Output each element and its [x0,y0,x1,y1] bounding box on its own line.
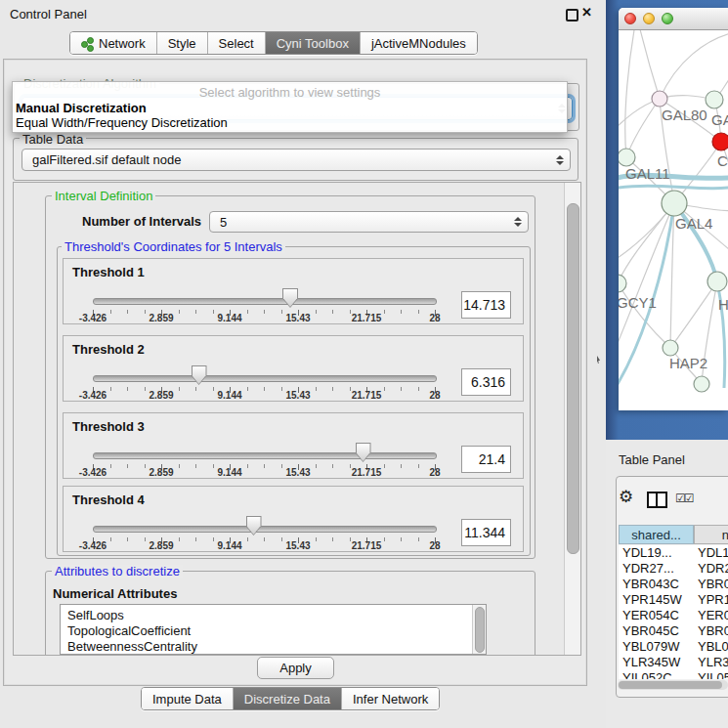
table-row[interactable]: YDL19...YDL19... [619,545,728,561]
minor-tick [332,387,333,391]
minor-tick [350,387,351,391]
tab-network[interactable]: Network [70,32,157,54]
network-node-H[interactable] [707,272,727,291]
table-row[interactable]: YBL079WYBL079W [619,639,728,655]
threshold-value-field[interactable]: 11.344 [461,519,511,546]
tab-select[interactable]: Select [208,32,266,54]
close-icon[interactable]: ✕ [581,5,592,20]
minor-tick [145,310,146,314]
network-node-GAL11[interactable] [619,149,635,166]
cell-name: YER054C [698,608,728,622]
network-window[interactable]: GAL80GACGAL11GAL4GCY1HHAP2 [619,8,728,410]
slider-thumb[interactable] [356,443,371,462]
minor-tick [401,464,402,468]
tab-label: Impute Data [152,692,222,707]
table-data-combo-value: galFiltered.sif default node [32,150,181,170]
settings-scrollbar[interactable] [564,183,580,655]
tab-jactivemnodules[interactable]: jActiveMNodules [361,32,477,54]
attribute-list-item[interactable]: BetweennessCentrality [67,639,197,654]
cell-shared-name: YBR045C [622,623,679,638]
tab-cyni-toolbox[interactable]: Cyni Toolbox [266,32,361,54]
tick-label: 9.144 [217,540,241,551]
table-row[interactable]: YPR145WYPR145W [619,592,728,608]
tab-impute-data[interactable]: Impute Data [142,688,234,709]
network-edge[interactable] [619,283,670,348]
minor-tick [179,310,180,314]
network-node-GAL80[interactable] [652,91,667,107]
network-window-title-bar[interactable] [619,8,728,30]
popup-item-equal-width-frequency[interactable]: Equal Width/Frequency Discretization [16,115,228,130]
minimize-button[interactable] [643,13,655,24]
list-scrollbar[interactable] [472,605,486,654]
network-node-edge-node[interactable] [694,376,709,392]
tab-discretize-data[interactable]: Discretize Data [234,688,342,709]
network-node-selected-node[interactable] [712,133,728,150]
table-data-combo[interactable]: galFiltered.sif default node [21,149,571,171]
tab-infer-network[interactable]: Infer Network [342,688,439,709]
slider-thumb[interactable] [192,365,207,385]
minor-tick [127,310,128,314]
minor-tick [332,310,333,314]
table-row[interactable]: YBR043CYBR043C [619,577,728,592]
network-edge[interactable] [625,30,638,157]
slider-track[interactable] [93,375,437,382]
table-row[interactable]: YER054CYER054C [619,608,728,623]
list-scrollbar-thumb[interactable] [475,607,485,653]
attribute-list-item[interactable]: SelfLoops [67,608,124,622]
cell-shared-name: YLR345W [622,655,680,669]
tick-label: 15.43 [285,467,310,478]
network-node-HAP2[interactable] [663,340,678,356]
table-row[interactable]: YIL052CYIL052C [619,670,728,679]
network-edge[interactable] [626,99,660,157]
column-header-shared-name[interactable]: shared... [619,525,694,544]
apply-button[interactable]: Apply [257,657,334,679]
slider-track[interactable] [93,452,437,459]
tick-label: 15.43 [285,540,310,551]
minor-tick [418,537,419,541]
table-row[interactable]: YDR27...YDR27... [619,561,728,577]
slider-track[interactable] [93,298,437,305]
algorithm-popup: Select algorithm to view settings Manual… [12,81,568,133]
tick-label: 2.859 [149,467,173,478]
gear-icon[interactable]: ⚙ [619,489,633,505]
network-edge[interactable] [634,30,660,99]
slider-thumb[interactable] [282,288,298,308]
column-checkboxes-icon[interactable]: ☑☑ [675,492,693,505]
settings-scrollbar-thumb[interactable] [567,203,579,554]
table-hscrollbar-thumb[interactable] [619,681,722,689]
cell-shared-name: YBR043C [622,577,679,591]
threshold-value-field[interactable]: 6.316 [461,368,511,396]
number-of-intervals-label: Number of Intervals [82,214,201,229]
threshold-value-field[interactable]: 14.713 [461,291,511,319]
minor-tick [350,464,351,468]
network-canvas[interactable]: GAL80GACGAL11GAL4GCY1HHAP2 [619,30,728,410]
slider-track[interactable] [93,526,437,533]
minor-tick [145,464,146,468]
table-row[interactable]: YBR045CYBR045C [619,623,728,639]
number-of-intervals-value: 5 [220,212,227,232]
numerical-attributes-list[interactable]: SelfLoopsTopologicalCoefficientBetweenne… [60,604,487,655]
network-node-GAL4[interactable] [662,191,687,216]
table-hscrollbar[interactable] [618,680,728,690]
popup-item-manual-discretization[interactable]: Manual Discretization [16,101,147,115]
network-edge[interactable] [660,33,728,99]
tab-style[interactable]: Style [157,32,208,54]
number-of-intervals-combo[interactable]: 5 [209,211,529,233]
zoom-button[interactable] [662,13,673,24]
attribute-list-item[interactable]: TopologicalCoefficient [67,623,191,638]
slider-thumb[interactable] [246,516,262,535]
close-button[interactable] [624,13,636,24]
network-edge-thick[interactable] [619,186,728,189]
table-row[interactable]: YLR345WYLR345W [619,655,728,670]
threshold-value-field[interactable]: 21.4 [461,446,511,473]
network-edge[interactable] [619,203,674,355]
column-header-name[interactable]: name [694,525,728,544]
network-edge[interactable] [670,281,717,348]
network-node-GCY1[interactable] [619,275,626,292]
network-node-label: GA [711,111,728,128]
tab-label: Select [219,36,254,51]
split-columns-icon[interactable] [647,492,667,508]
network-node-GA[interactable] [706,91,723,108]
tick-label: 21.715 [352,313,382,323]
float-window-icon[interactable] [566,9,578,21]
